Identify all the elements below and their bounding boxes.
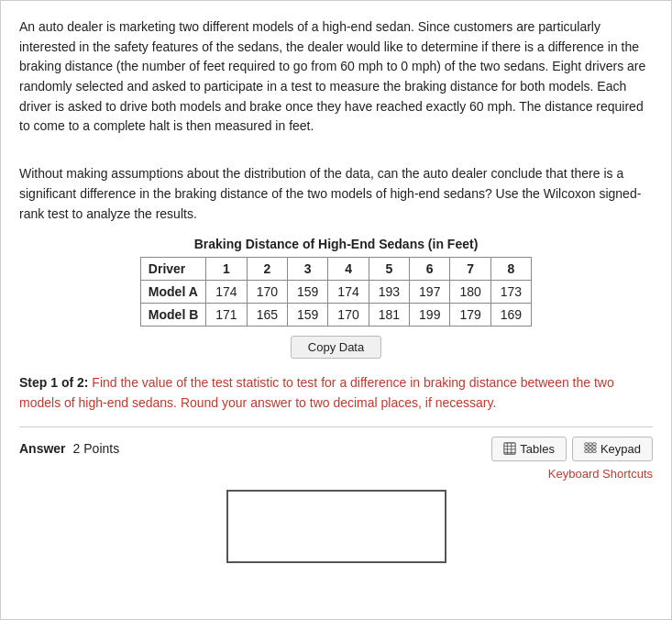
tables-btn-label: Tables xyxy=(520,442,555,456)
col-header-3: 3 xyxy=(288,258,328,281)
col-header-6: 6 xyxy=(410,258,450,281)
question-paragraph1: An auto dealer is marketing two differen… xyxy=(19,17,653,137)
col-header-8: 8 xyxy=(490,258,531,281)
keypad-icon xyxy=(584,442,597,455)
col-header-1: 1 xyxy=(206,258,247,281)
cell-a1: 174 xyxy=(206,281,247,304)
cell-b1: 171 xyxy=(206,304,247,327)
svg-rect-7 xyxy=(589,443,592,446)
page-container: An auto dealer is marketing two differen… xyxy=(0,0,672,620)
cell-b6: 199 xyxy=(410,304,450,327)
question-paragraph2: Without making assumptions about the dis… xyxy=(19,164,653,224)
answer-tools: Tables Keypad xyxy=(491,437,653,461)
cell-b5: 181 xyxy=(369,304,409,327)
svg-rect-9 xyxy=(585,447,589,449)
answer-row: Answer 2 Points Tables xyxy=(19,437,653,461)
svg-rect-6 xyxy=(585,443,589,446)
table-section: Braking Distance of High-End Sedans (in … xyxy=(19,237,653,364)
table-header-row: Driver 1 2 3 4 5 6 7 8 xyxy=(140,258,531,281)
svg-rect-10 xyxy=(589,447,592,449)
cell-a6: 197 xyxy=(410,281,450,304)
copy-data-button[interactable]: Copy Data xyxy=(291,336,381,359)
cell-a2: 170 xyxy=(247,281,287,304)
svg-rect-8 xyxy=(593,443,597,446)
answer-section-left: Answer 2 Points xyxy=(19,441,119,456)
cell-a7: 180 xyxy=(450,281,490,304)
step-label: Step 1 of 2: xyxy=(19,375,88,390)
step-body: Find the value of the test statistic to … xyxy=(19,375,614,410)
cell-b4: 170 xyxy=(328,304,369,327)
cell-b7: 179 xyxy=(450,304,490,327)
data-table: Driver 1 2 3 4 5 6 7 8 Model A 174 170 1… xyxy=(140,257,532,327)
svg-rect-14 xyxy=(593,450,597,453)
cell-a8: 173 xyxy=(490,281,531,304)
col-header-driver: Driver xyxy=(140,258,205,281)
answer-input[interactable] xyxy=(226,490,446,563)
svg-rect-13 xyxy=(589,450,592,453)
cell-a3: 159 xyxy=(288,281,328,304)
section-divider xyxy=(19,426,653,427)
copy-btn-row: Copy Data xyxy=(291,336,381,359)
step-text: Step 1 of 2: Find the value of the test … xyxy=(19,373,653,413)
row-label-model-b: Model B xyxy=(140,304,205,327)
svg-rect-12 xyxy=(585,450,589,453)
col-header-5: 5 xyxy=(369,258,409,281)
cell-b8: 169 xyxy=(490,304,531,327)
tables-icon xyxy=(503,442,516,455)
keypad-button[interactable]: Keypad xyxy=(572,437,653,461)
answer-input-area xyxy=(19,490,653,563)
table-row-model-a: Model A 174 170 159 174 193 197 180 173 xyxy=(140,281,531,304)
row-label-model-a: Model A xyxy=(140,281,205,304)
cell-a5: 193 xyxy=(369,281,409,304)
table-title: Braking Distance of High-End Sedans (in … xyxy=(194,237,479,251)
cell-b3: 159 xyxy=(288,304,328,327)
keypad-btn-label: Keypad xyxy=(600,442,641,456)
answer-points: 2 Points xyxy=(73,441,120,456)
svg-rect-11 xyxy=(593,447,597,449)
col-header-7: 7 xyxy=(450,258,490,281)
cell-a4: 174 xyxy=(328,281,369,304)
answer-label: Answer xyxy=(19,441,66,456)
col-header-2: 2 xyxy=(247,258,287,281)
table-row-model-b: Model B 171 165 159 170 181 199 179 169 xyxy=(140,304,531,327)
keyboard-shortcuts-link[interactable]: Keyboard Shortcuts xyxy=(19,467,653,481)
cell-b2: 165 xyxy=(247,304,287,327)
tables-button[interactable]: Tables xyxy=(491,437,567,461)
col-header-4: 4 xyxy=(328,258,369,281)
